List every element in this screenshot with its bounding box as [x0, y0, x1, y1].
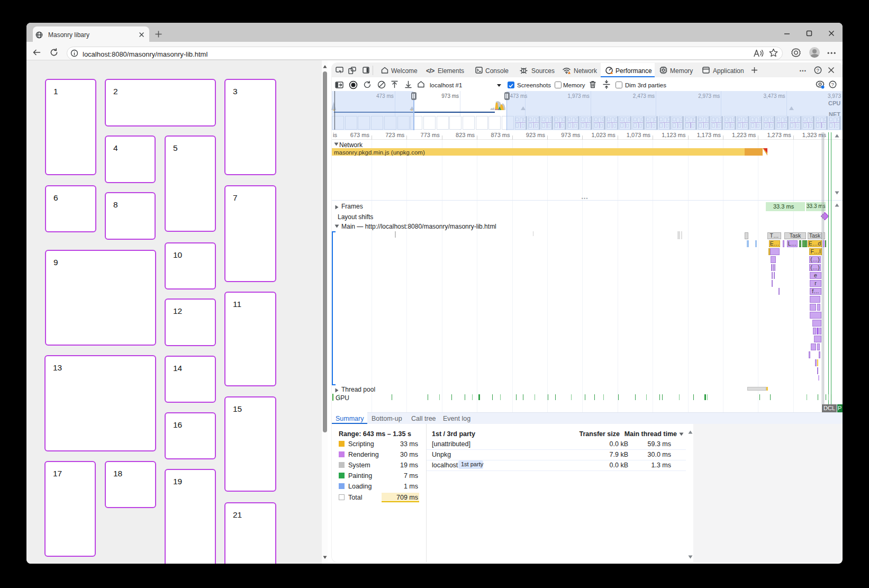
svg-text:?: ?	[831, 82, 834, 87]
svg-text:?: ?	[817, 67, 819, 73]
